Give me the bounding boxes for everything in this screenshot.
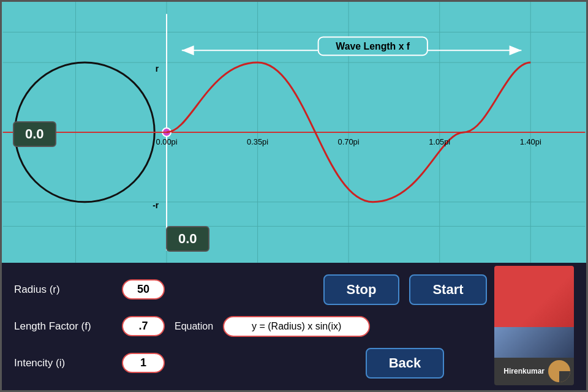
intencity-label: Intencity (i) bbox=[14, 357, 112, 369]
svg-text:0.70pi: 0.70pi bbox=[338, 137, 360, 146]
equation-label: Equation bbox=[175, 321, 213, 332]
length-factor-input[interactable] bbox=[122, 316, 165, 336]
value-display-top: 0.0 bbox=[13, 121, 56, 147]
canvas-area: Wave Length x f r -r 0.00pi 0.35pi 0.70p… bbox=[2, 2, 586, 263]
svg-text:0.00pi: 0.00pi bbox=[156, 137, 178, 146]
visualization-svg: Wave Length x f r -r 0.00pi 0.35pi 0.70p… bbox=[2, 2, 586, 263]
logo-area: Hirenkumar bbox=[494, 266, 574, 385]
radius-input[interactable] bbox=[122, 279, 165, 300]
equation-box: y = (Radius) x sin(ix) bbox=[223, 316, 370, 337]
logo-red-section bbox=[494, 266, 574, 327]
logo-icon bbox=[548, 360, 570, 382]
svg-text:0.35pi: 0.35pi bbox=[247, 137, 268, 146]
svg-text:Wave Length x f: Wave Length x f bbox=[336, 41, 410, 51]
svg-marker-18 bbox=[510, 45, 522, 55]
row-radius: Radius (r) Stop Start bbox=[14, 274, 574, 305]
value-display-bottom: 0.0 bbox=[166, 226, 209, 252]
start-button[interactable]: Start bbox=[409, 274, 486, 305]
back-button[interactable]: Back bbox=[366, 348, 445, 379]
svg-point-14 bbox=[162, 128, 171, 137]
app-container: Wave Length x f r -r 0.00pi 0.35pi 0.70p… bbox=[0, 0, 588, 392]
svg-text:-r: -r bbox=[153, 200, 159, 210]
svg-text:1.05pi: 1.05pi bbox=[429, 137, 450, 146]
logo-bottom-section: Hirenkumar bbox=[494, 358, 574, 385]
logo-name: Hirenkumar bbox=[503, 367, 545, 375]
svg-rect-19 bbox=[318, 37, 428, 55]
controls-area: Radius (r) Stop Start Length Factor (f) … bbox=[2, 263, 586, 390]
svg-text:r: r bbox=[156, 64, 159, 74]
length-factor-label: Length Factor (f) bbox=[14, 320, 112, 333]
row-intencity: Intencity (i) Back bbox=[14, 348, 574, 379]
intencity-input[interactable] bbox=[122, 353, 165, 373]
display-bottom-value: 0.0 bbox=[178, 231, 197, 246]
svg-text:1.40pi: 1.40pi bbox=[520, 137, 541, 146]
display-top-value: 0.0 bbox=[25, 126, 44, 141]
svg-marker-17 bbox=[182, 45, 194, 55]
logo-blue-section bbox=[494, 327, 574, 358]
radius-label: Radius (r) bbox=[14, 284, 112, 296]
stop-button[interactable]: Stop bbox=[323, 274, 400, 305]
logo-icon-piece bbox=[559, 371, 570, 382]
row-length-factor: Length Factor (f) Equation y = (Radius) … bbox=[14, 316, 574, 337]
